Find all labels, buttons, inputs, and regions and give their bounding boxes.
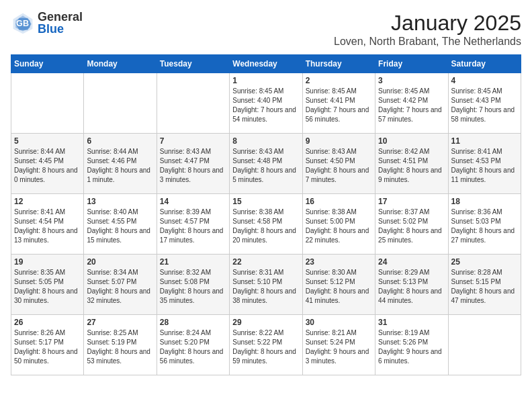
calendar-cell: 18 Sunrise: 8:36 AM Sunset: 5:03 PM Dayl… [448, 194, 521, 255]
day-number: 14 [160, 197, 226, 206]
day-number: 6 [87, 136, 153, 146]
sunset-text: Sunset: 4:58 PM [232, 217, 299, 226]
sunrise-text: Sunrise: 8:45 AM [306, 87, 372, 96]
day-number: 3 [378, 76, 445, 85]
sunset-text: Sunset: 4:54 PM [14, 217, 81, 226]
header-row: Sunday Monday Tuesday Wednesday Thursday… [11, 55, 521, 73]
cell-info: Sunrise: 8:28 AM Sunset: 5:15 PM Dayligh… [451, 268, 518, 306]
cell-info: Sunrise: 8:34 AM Sunset: 5:07 PM Dayligh… [87, 268, 153, 306]
sunset-text: Sunset: 4:40 PM [232, 96, 299, 105]
cell-info: Sunrise: 8:36 AM Sunset: 5:03 PM Dayligh… [451, 208, 518, 245]
daylight-text: Daylight: 8 hours and 11 minutes. [451, 166, 518, 185]
sunrise-text: Sunrise: 8:44 AM [14, 147, 81, 156]
calendar-cell: 27 Sunrise: 8:25 AM Sunset: 5:19 PM Dayl… [84, 315, 157, 375]
sunrise-text: Sunrise: 8:29 AM [378, 268, 445, 277]
daylight-text: Daylight: 8 hours and 1 minute. [87, 166, 153, 185]
calendar-cell: 20 Sunrise: 8:34 AM Sunset: 5:07 PM Dayl… [84, 255, 157, 315]
day-number: 12 [14, 197, 81, 206]
calendar-cell: 26 Sunrise: 8:26 AM Sunset: 5:17 PM Dayl… [11, 315, 84, 375]
calendar-cell [11, 73, 84, 134]
cell-info: Sunrise: 8:41 AM Sunset: 4:54 PM Dayligh… [14, 208, 81, 245]
cell-info: Sunrise: 8:29 AM Sunset: 5:13 PM Dayligh… [378, 268, 445, 306]
sunrise-text: Sunrise: 8:40 AM [87, 208, 153, 217]
day-number: 24 [378, 257, 445, 267]
sunset-text: Sunset: 5:12 PM [306, 277, 372, 287]
cell-info: Sunrise: 8:38 AM Sunset: 5:00 PM Dayligh… [306, 208, 372, 245]
calendar-subtitle: Loven, North Brabant, The Netherlands [334, 36, 521, 48]
daylight-text: Daylight: 8 hours and 35 minutes. [160, 287, 226, 306]
day-number: 26 [14, 318, 81, 327]
daylight-text: Daylight: 8 hours and 5 minutes. [232, 166, 299, 185]
cell-info: Sunrise: 8:24 AM Sunset: 5:20 PM Dayligh… [160, 328, 226, 366]
calendar-cell: 1 Sunrise: 8:45 AM Sunset: 4:40 PM Dayli… [230, 73, 302, 134]
sunset-text: Sunset: 5:07 PM [87, 277, 153, 287]
calendar-cell [448, 315, 521, 375]
daylight-text: Daylight: 8 hours and 13 minutes. [14, 226, 81, 245]
cell-info: Sunrise: 8:45 AM Sunset: 4:43 PM Dayligh… [451, 87, 518, 124]
day-number: 10 [378, 136, 445, 146]
calendar-cell [157, 73, 229, 134]
sunset-text: Sunset: 4:53 PM [451, 156, 518, 166]
day-number: 27 [87, 318, 153, 327]
calendar-cell: 23 Sunrise: 8:30 AM Sunset: 5:12 PM Dayl… [302, 255, 375, 315]
calendar-cell: 8 Sunrise: 8:43 AM Sunset: 4:48 PM Dayli… [230, 134, 302, 194]
sunrise-text: Sunrise: 8:22 AM [232, 328, 299, 338]
sunset-text: Sunset: 5:08 PM [160, 277, 226, 287]
sunrise-text: Sunrise: 8:37 AM [378, 208, 445, 217]
cell-info: Sunrise: 8:22 AM Sunset: 5:22 PM Dayligh… [232, 328, 299, 366]
sunset-text: Sunset: 4:42 PM [378, 96, 445, 105]
sunrise-text: Sunrise: 8:26 AM [14, 328, 81, 338]
header-thursday: Thursday [302, 55, 375, 73]
calendar-cell: 24 Sunrise: 8:29 AM Sunset: 5:13 PM Dayl… [375, 255, 448, 315]
cell-info: Sunrise: 8:38 AM Sunset: 4:58 PM Dayligh… [232, 208, 299, 245]
week-row-1: 5 Sunrise: 8:44 AM Sunset: 4:45 PM Dayli… [11, 134, 521, 194]
sunset-text: Sunset: 4:50 PM [306, 156, 372, 166]
calendar-cell [84, 73, 157, 134]
calendar-cell: 12 Sunrise: 8:41 AM Sunset: 4:54 PM Dayl… [11, 194, 84, 255]
calendar-cell: 16 Sunrise: 8:38 AM Sunset: 5:00 PM Dayl… [302, 194, 375, 255]
sunset-text: Sunset: 5:03 PM [451, 217, 518, 226]
sunrise-text: Sunrise: 8:45 AM [232, 87, 299, 96]
sunrise-text: Sunrise: 8:38 AM [232, 208, 299, 217]
sunrise-text: Sunrise: 8:41 AM [451, 147, 518, 156]
daylight-text: Daylight: 9 hours and 6 minutes. [378, 347, 445, 366]
calendar-body: 1 Sunrise: 8:45 AM Sunset: 4:40 PM Dayli… [11, 73, 521, 375]
day-number: 18 [451, 197, 518, 206]
sunrise-text: Sunrise: 8:43 AM [232, 147, 299, 156]
daylight-text: Daylight: 9 hours and 3 minutes. [306, 347, 372, 366]
daylight-text: Daylight: 8 hours and 41 minutes. [306, 287, 372, 306]
calendar-cell: 14 Sunrise: 8:39 AM Sunset: 4:57 PM Dayl… [157, 194, 229, 255]
cell-info: Sunrise: 8:37 AM Sunset: 5:02 PM Dayligh… [378, 208, 445, 245]
cell-info: Sunrise: 8:26 AM Sunset: 5:17 PM Dayligh… [14, 328, 81, 366]
sunrise-text: Sunrise: 8:43 AM [160, 147, 226, 156]
day-number: 8 [232, 136, 299, 146]
sunrise-text: Sunrise: 8:21 AM [306, 328, 372, 338]
sunset-text: Sunset: 4:55 PM [87, 217, 153, 226]
sunset-text: Sunset: 4:57 PM [160, 217, 226, 226]
cell-info: Sunrise: 8:44 AM Sunset: 4:46 PM Dayligh… [87, 147, 153, 185]
day-number: 15 [232, 197, 299, 206]
calendar-cell: 10 Sunrise: 8:42 AM Sunset: 4:51 PM Dayl… [375, 134, 448, 194]
sunset-text: Sunset: 5:10 PM [232, 277, 299, 287]
daylight-text: Daylight: 8 hours and 3 minutes. [160, 166, 226, 185]
sunrise-text: Sunrise: 8:19 AM [378, 328, 445, 338]
logo-general-text: General [38, 11, 83, 23]
calendar-cell: 22 Sunrise: 8:31 AM Sunset: 5:10 PM Dayl… [230, 255, 302, 315]
sunset-text: Sunset: 5:19 PM [87, 338, 153, 347]
sunrise-text: Sunrise: 8:34 AM [87, 268, 153, 277]
page-header: GB General Blue January 2025 Loven, Nort… [11, 11, 521, 48]
header-saturday: Saturday [448, 55, 521, 73]
daylight-text: Daylight: 8 hours and 44 minutes. [378, 287, 445, 306]
sunrise-text: Sunrise: 8:44 AM [87, 147, 153, 156]
calendar-cell: 9 Sunrise: 8:43 AM Sunset: 4:50 PM Dayli… [302, 134, 375, 194]
sunset-text: Sunset: 5:00 PM [306, 217, 372, 226]
week-row-2: 12 Sunrise: 8:41 AM Sunset: 4:54 PM Dayl… [11, 194, 521, 255]
week-row-0: 1 Sunrise: 8:45 AM Sunset: 4:40 PM Dayli… [11, 73, 521, 134]
calendar-cell: 7 Sunrise: 8:43 AM Sunset: 4:47 PM Dayli… [157, 134, 229, 194]
sunrise-text: Sunrise: 8:32 AM [160, 268, 226, 277]
calendar-cell: 21 Sunrise: 8:32 AM Sunset: 5:08 PM Dayl… [157, 255, 229, 315]
daylight-text: Daylight: 8 hours and 9 minutes. [378, 166, 445, 185]
day-number: 9 [306, 136, 372, 146]
cell-info: Sunrise: 8:45 AM Sunset: 4:42 PM Dayligh… [378, 87, 445, 124]
cell-info: Sunrise: 8:25 AM Sunset: 5:19 PM Dayligh… [87, 328, 153, 366]
